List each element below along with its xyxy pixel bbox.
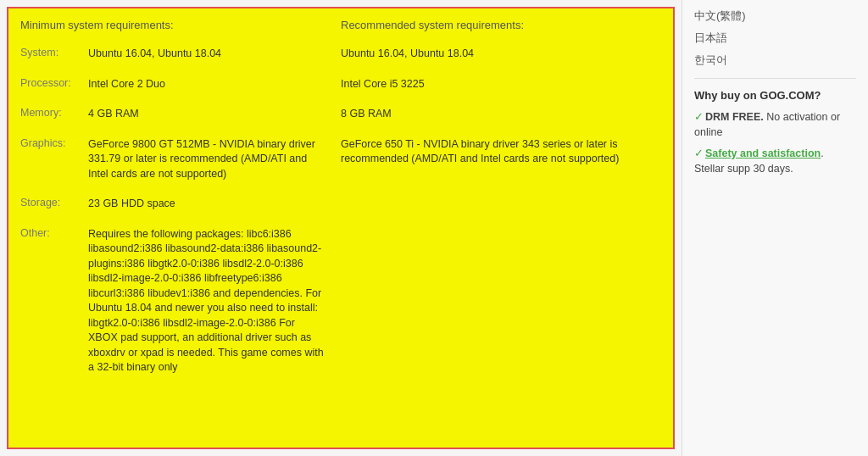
req-label: Other:: [20, 227, 88, 375]
min-value: 4 GB RAM: [88, 107, 139, 122]
sidebar: 中文(繁體)日本語한국어 Why buy on GOG.COM? ✓DRM FR…: [682, 0, 868, 456]
requirements-rows: System:Ubuntu 16.04, Ubuntu 18.04Ubuntu …: [20, 47, 661, 384]
rec-cell: [341, 227, 661, 375]
req-label: Graphics:: [20, 137, 88, 182]
min-value: Intel Core 2 Duo: [88, 77, 165, 92]
rec-value: Intel Core i5 3225: [341, 77, 425, 92]
min-cell: Other:Requires the following packages: l…: [20, 227, 341, 375]
req-label: System:: [20, 47, 88, 62]
min-value: 23 GB HDD space: [88, 197, 175, 212]
req-label: Storage:: [20, 197, 88, 212]
language-link[interactable]: 日本語: [694, 31, 856, 46]
language-links: 中文(繁體)日本語한국어: [694, 8, 856, 68]
rec-value: GeForce 650 Ti - NVIDIA binary driver 34…: [341, 137, 644, 182]
requirements-box: Minimum system requirements: Recommended…: [7, 7, 675, 449]
min-value: Requires the following packages: libc6:i…: [88, 227, 324, 375]
benefit-bold: DRM FREE.: [705, 111, 764, 123]
rec-cell: GeForce 650 Ti - NVIDIA binary driver 34…: [341, 137, 661, 182]
requirement-row: Storage:23 GB HDD space: [20, 197, 661, 220]
check-icon: ✓: [694, 147, 704, 159]
requirement-row: Memory:4 GB RAM8 GB RAM: [20, 107, 661, 131]
rec-value: Ubuntu 16.04, Ubuntu 18.04: [341, 47, 474, 62]
min-cell: System:Ubuntu 16.04, Ubuntu 18.04: [20, 47, 341, 62]
language-link[interactable]: 한국어: [694, 53, 856, 68]
min-cell: Memory:4 GB RAM: [20, 107, 341, 122]
rec-value: 8 GB RAM: [341, 107, 392, 122]
requirement-row: Processor:Intel Core 2 DuoIntel Core i5 …: [20, 77, 661, 101]
rec-cell: Ubuntu 16.04, Ubuntu 18.04: [341, 47, 661, 62]
rec-cell: Intel Core i5 3225: [341, 77, 661, 92]
rec-header: Recommended system requirements:: [341, 19, 661, 31]
req-label: Processor:: [20, 77, 88, 92]
req-label: Memory:: [20, 107, 88, 122]
requirement-row: Graphics:GeForce 9800 GT 512MB - NVIDIA …: [20, 137, 661, 191]
sidebar-divider: [694, 78, 856, 79]
requirement-row: Other:Requires the following packages: l…: [20, 227, 661, 384]
rec-cell: [341, 197, 661, 212]
check-icon: ✓: [694, 111, 704, 123]
benefit-bold[interactable]: Safety and satisfaction: [705, 147, 821, 159]
min-value: GeForce 9800 GT 512MB - NVIDIA binary dr…: [88, 137, 324, 182]
min-header: Minimum system requirements:: [20, 19, 341, 31]
min-cell: Storage:23 GB HDD space: [20, 197, 341, 212]
requirements-headers: Minimum system requirements: Recommended…: [20, 19, 661, 40]
why-buy-title: Why buy on GOG.COM?: [694, 89, 856, 102]
benefit-item: ✓DRM FREE. No activation or online: [694, 110, 856, 140]
benefit-item: ✓Safety and satisfaction. Stellar supp 3…: [694, 147, 856, 176]
benefits-list: ✓DRM FREE. No activation or online✓Safet…: [694, 110, 856, 176]
language-link[interactable]: 中文(繁體): [694, 8, 856, 24]
min-cell: Graphics:GeForce 9800 GT 512MB - NVIDIA …: [20, 137, 341, 182]
requirement-row: System:Ubuntu 16.04, Ubuntu 18.04Ubuntu …: [20, 47, 661, 70]
main-content: Minimum system requirements: Recommended…: [0, 0, 682, 456]
min-cell: Processor:Intel Core 2 Duo: [20, 77, 341, 92]
rec-cell: 8 GB RAM: [341, 107, 661, 122]
min-value: Ubuntu 16.04, Ubuntu 18.04: [88, 47, 221, 62]
